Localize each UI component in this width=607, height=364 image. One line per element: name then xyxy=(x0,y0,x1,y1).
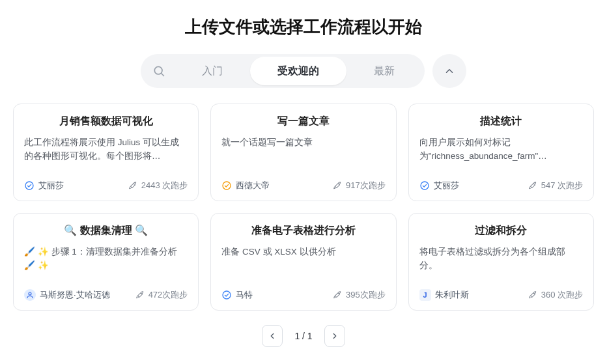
card-footer: 艾丽莎 547 次跑步 xyxy=(419,180,583,191)
pagination: 1 / 1 xyxy=(13,325,594,347)
svg-point-3 xyxy=(223,182,231,189)
tab-intro[interactable]: 入门 xyxy=(175,57,250,85)
workflow-grid: 月销售额数据可视化 此工作流程将展示使用 Julius 可以生成的各种图形可视化… xyxy=(13,104,594,311)
tab-newest[interactable]: 最新 xyxy=(346,57,422,85)
collapse-button[interactable] xyxy=(432,54,466,88)
verified-badge-icon xyxy=(419,180,430,191)
prev-page-button[interactable] xyxy=(262,325,283,347)
next-page-button[interactable] xyxy=(324,325,345,347)
filter-bar: 入门 受欢迎的 最新 xyxy=(13,54,594,88)
rocket-icon xyxy=(528,290,537,300)
workflow-card[interactable]: 🔍 数据集清理 🔍 🖌️ ✨ 步骤 1：清理数据集并准备分析 🖌️ ✨ 马斯努恩… xyxy=(13,213,199,311)
card-title: 月销售额数据可视化 xyxy=(24,115,188,128)
card-description: 向用户展示如何对标记为"richness_abundance_farm"… xyxy=(419,136,583,171)
card-author: 艾丽莎 xyxy=(24,180,64,191)
runs-count: 472次跑步 xyxy=(148,289,188,301)
svg-point-4 xyxy=(421,182,429,189)
card-runs: 360 次跑步 xyxy=(528,289,583,301)
card-description: 就一个话题写一篇文章 xyxy=(221,136,385,171)
card-author: 艾丽莎 xyxy=(419,180,459,191)
runs-count: 395次跑步 xyxy=(346,289,386,301)
user-avatar-icon: J xyxy=(419,289,431,301)
card-title: 🔍 数据集清理 🔍 xyxy=(24,224,188,238)
author-name: 朱利叶斯 xyxy=(435,289,469,301)
author-name: 艾丽莎 xyxy=(38,180,64,191)
page-indicator: 1 / 1 xyxy=(288,331,318,341)
rocket-icon xyxy=(128,181,137,190)
svg-point-2 xyxy=(25,182,33,189)
card-footer: 马斯努恩·艾哈迈德 472次跑步 xyxy=(24,289,188,301)
author-name: 马斯努恩·艾哈迈德 xyxy=(40,289,110,301)
card-runs: 472次跑步 xyxy=(135,289,188,301)
workflow-card[interactable]: 写一篇文章 就一个话题写一篇文章 西德大帝 917次跑步 xyxy=(210,104,396,201)
card-title: 准备电子表格进行分析 xyxy=(221,224,385,238)
card-title: 描述统计 xyxy=(419,115,583,128)
card-footer: 艾丽莎 2443 次跑步 xyxy=(24,180,188,191)
workflow-card[interactable]: 过滤和拆分 将电子表格过滤或拆分为各个组成部分。 J 朱利叶斯 360 次跑步 xyxy=(408,213,594,311)
card-author: 马斯努恩·艾哈迈德 xyxy=(24,289,110,301)
author-name: 艾丽莎 xyxy=(434,180,459,191)
card-runs: 917次跑步 xyxy=(333,180,386,191)
card-title: 写一篇文章 xyxy=(221,115,385,128)
runs-count: 547 次跑步 xyxy=(541,180,583,191)
card-footer: 西德大帝 917次跑步 xyxy=(221,180,385,191)
author-name: 西德大帝 xyxy=(236,180,270,191)
svg-line-1 xyxy=(162,74,164,76)
rocket-icon xyxy=(528,181,537,190)
card-description: 此工作流程将展示使用 Julius 可以生成的各种图形可视化。每个图形将… xyxy=(24,136,188,171)
rocket-icon xyxy=(333,181,342,190)
tab-popular[interactable]: 受欢迎的 xyxy=(250,57,346,85)
user-avatar-icon xyxy=(24,289,36,301)
card-author: 马特 xyxy=(221,289,253,301)
card-description: 准备 CSV 或 XLSX 以供分析 xyxy=(221,245,385,280)
runs-count: 360 次跑步 xyxy=(541,289,583,301)
card-runs: 2443 次跑步 xyxy=(128,180,188,191)
rocket-icon xyxy=(135,290,145,300)
verified-badge-icon xyxy=(221,290,232,300)
workflow-card[interactable]: 描述统计 向用户展示如何对标记为"richness_abundance_farm… xyxy=(408,104,594,201)
verified-badge-icon xyxy=(24,180,35,191)
card-runs: 547 次跑步 xyxy=(528,180,583,191)
card-description: 将电子表格过滤或拆分为各个组成部分。 xyxy=(419,245,583,280)
runs-count: 2443 次跑步 xyxy=(141,180,188,191)
rocket-icon xyxy=(333,290,342,300)
page-title: 上传文件或选择工作流程以开始 xyxy=(13,16,594,38)
verified-badge-icon xyxy=(221,180,232,191)
workflow-card[interactable]: 月销售额数据可视化 此工作流程将展示使用 Julius 可以生成的各种图形可视化… xyxy=(13,104,199,201)
card-footer: J 朱利叶斯 360 次跑步 xyxy=(419,289,583,301)
page-root: 上传文件或选择工作流程以开始 入门 受欢迎的 最新 月销售额数据可视化 此工作流… xyxy=(0,0,607,347)
runs-count: 917次跑步 xyxy=(346,180,386,191)
card-description: 🖌️ ✨ 步骤 1：清理数据集并准备分析 🖌️ ✨ xyxy=(24,245,188,280)
card-title: 过滤和拆分 xyxy=(419,224,583,238)
svg-point-5 xyxy=(29,292,31,295)
chevron-up-icon xyxy=(444,65,455,77)
svg-point-6 xyxy=(223,291,231,299)
search-icon xyxy=(152,64,165,77)
card-runs: 395次跑步 xyxy=(333,289,386,301)
chevron-left-icon xyxy=(268,331,277,341)
tab-group: 入门 受欢迎的 最新 xyxy=(141,54,425,88)
card-author: J 朱利叶斯 xyxy=(419,289,469,301)
search-button[interactable] xyxy=(143,64,175,77)
card-author: 西德大帝 xyxy=(221,180,270,191)
author-name: 马特 xyxy=(236,289,253,301)
chevron-right-icon xyxy=(330,331,339,341)
card-footer: 马特 395次跑步 xyxy=(221,289,385,301)
workflow-card[interactable]: 准备电子表格进行分析 准备 CSV 或 XLSX 以供分析 马特 395次跑步 xyxy=(210,213,396,311)
